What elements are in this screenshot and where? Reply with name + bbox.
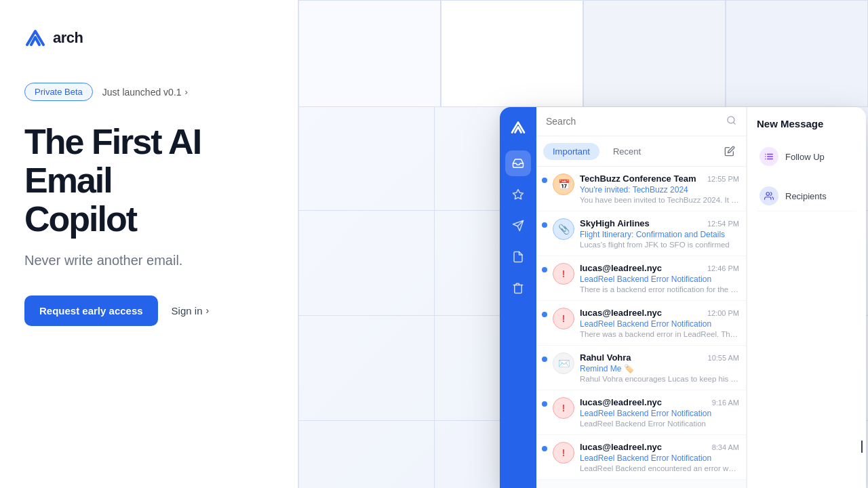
private-beta-badge: Private Beta — [24, 83, 93, 101]
email-time: 12:00 PM — [707, 309, 739, 317]
email-subject: LeadReel Backend Error Notification — [580, 409, 739, 418]
logo-text: arch — [53, 29, 83, 47]
email-time: 12:46 PM — [707, 264, 739, 272]
grid-panel-4 — [726, 0, 868, 107]
sidebar-logo — [507, 117, 529, 138]
email-avatar: ! — [553, 263, 574, 285]
compose-icon[interactable] — [720, 142, 739, 161]
email-preview: There is a backend error notification fo… — [580, 285, 739, 293]
email-preview: Lucas's flight from JFK to SFO is confir… — [580, 241, 739, 249]
grid-panel-3 — [583, 0, 726, 107]
search-icon[interactable] — [726, 115, 736, 127]
follow-up-row[interactable]: Follow Up — [757, 142, 856, 171]
email-header-row: lucas@leadreel.nyc 12:46 PM — [580, 263, 739, 273]
svg-point-11 — [766, 192, 770, 196]
tabs-row: Important Recent — [536, 136, 746, 167]
email-avatar: ! — [553, 442, 574, 464]
email-preview: There was a backend error in LeadReel. T… — [580, 330, 739, 338]
email-avatar: 📎 — [553, 218, 574, 240]
email-header-row: lucas@leadreel.nyc 8:34 AM — [580, 442, 739, 452]
email-preview: Rahul Vohra encourages Lucas to keep his… — [580, 375, 739, 383]
top-grid-panels — [298, 0, 868, 107]
logo-area: arch — [24, 27, 273, 49]
email-content: lucas@leadreel.nyc 8:34 AM LeadReel Back… — [580, 442, 739, 472]
grid-panel-2 — [441, 0, 583, 107]
unread-dot — [542, 222, 547, 228]
tab-recent[interactable]: Recent — [604, 143, 650, 160]
email-header-row: TechBuzz Conference Team 12:55 PM — [580, 174, 739, 184]
hero-subtitle: Never write another email. — [24, 253, 273, 268]
email-content: lucas@leadreel.nyc 9:16 AM LeadReel Back… — [580, 397, 739, 428]
email-preview: You have been invited to TechBuzz 2024. … — [580, 196, 739, 204]
text-cursor — [861, 441, 863, 453]
unread-dot — [542, 357, 547, 362]
email-header-row: Rahul Vohra 10:55 AM — [580, 352, 739, 363]
search-input[interactable] — [546, 116, 721, 127]
sidebar-trash-icon[interactable] — [505, 275, 531, 301]
email-content: SkyHigh Airlines 12:54 PM Flight Itinera… — [580, 218, 739, 249]
email-header-row: lucas@leadreel.nyc 9:16 AM — [580, 397, 739, 407]
recipients-label: Recipients — [785, 191, 827, 201]
email-subject: LeadReel Backend Error Notification — [580, 319, 739, 329]
landing-panel: arch Private Beta Just launched v0.1 › T… — [0, 0, 298, 488]
email-item[interactable]: ! lucas@leadreel.nyc 9:16 AM LeadReel Ba… — [536, 390, 746, 435]
email-time: 12:55 PM — [707, 175, 739, 183]
recipients-icon — [760, 186, 778, 205]
email-content: TechBuzz Conference Team 12:55 PM You're… — [580, 174, 739, 204]
email-subject: Flight Itinerary: Confirmation and Detai… — [580, 230, 739, 239]
new-message-panel: New Message Follow Up — [747, 107, 866, 488]
email-content: lucas@leadreel.nyc 12:00 PM LeadReel Bac… — [580, 308, 739, 338]
badges-row: Private Beta Just launched v0.1 › — [24, 83, 273, 101]
grid-panel-1 — [298, 0, 441, 107]
email-subject: LeadReel Backend Error Notification — [580, 274, 739, 284]
unread-dot — [542, 312, 547, 317]
hero-title: The First AI Email Copilot — [24, 123, 273, 239]
email-sender: SkyHigh Airlines — [580, 218, 650, 228]
follow-up-label: Follow Up — [785, 152, 825, 162]
sidebar-drafts-icon[interactable] — [505, 244, 531, 270]
search-bar[interactable] — [536, 107, 746, 136]
email-item[interactable]: ! lucas@leadreel.nyc 8:34 AM LeadReel Ba… — [536, 435, 746, 480]
svg-line-4 — [733, 122, 735, 124]
email-subject: You're invited: TechBuzz 2024 — [580, 185, 739, 195]
email-sidebar — [500, 107, 536, 488]
email-content: lucas@leadreel.nyc 12:46 PM LeadReel Bac… — [580, 263, 739, 293]
svg-marker-0 — [513, 190, 524, 199]
unread-dot — [542, 401, 547, 407]
sidebar-sent-icon[interactable] — [505, 213, 531, 239]
unread-dot — [542, 178, 547, 183]
email-preview: LeadReel Backend Error Notification — [580, 420, 739, 428]
email-sender: lucas@leadreel.nyc — [580, 308, 662, 318]
email-time: 10:55 AM — [708, 354, 739, 362]
email-sender: Rahul Vohra — [580, 352, 631, 363]
email-time: 9:16 AM — [712, 399, 739, 407]
sign-in-button[interactable]: Sign in › — [172, 305, 210, 317]
request-early-access-button[interactable]: Request early access — [24, 296, 158, 326]
cta-row: Request early access Sign in › — [24, 296, 273, 326]
email-avatar: ! — [553, 308, 574, 329]
email-item[interactable]: ! lucas@leadreel.nyc 12:46 PM LeadReel B… — [536, 256, 746, 301]
email-header-row: SkyHigh Airlines 12:54 PM — [580, 218, 739, 228]
email-time: 8:34 AM — [712, 443, 739, 451]
email-avatar: 📅 — [553, 174, 574, 195]
version-badge[interactable]: Just launched v0.1 › — [102, 87, 188, 98]
email-avatar: ✉️ — [553, 352, 574, 374]
email-subject: Remind Me 🏷️ — [580, 364, 739, 373]
email-subject: LeadReel Backend Error Notification — [580, 453, 739, 463]
unread-dot — [542, 267, 547, 272]
tab-important[interactable]: Important — [543, 143, 599, 160]
email-item[interactable]: 📅 TechBuzz Conference Team 12:55 PM You'… — [536, 167, 746, 211]
recipients-row[interactable]: Recipients — [757, 181, 856, 211]
sidebar-inbox-icon[interactable] — [505, 150, 531, 176]
unread-dot — [542, 446, 547, 451]
email-sender: lucas@leadreel.nyc — [580, 397, 662, 407]
email-item[interactable]: 📎 SkyHigh Airlines 12:54 PM Flight Itine… — [536, 211, 746, 256]
email-sender: TechBuzz Conference Team — [580, 174, 696, 184]
email-header-row: lucas@leadreel.nyc 12:00 PM — [580, 308, 739, 318]
email-time: 12:54 PM — [707, 220, 739, 228]
email-avatar: ! — [553, 397, 574, 419]
arch-logo-icon — [24, 27, 46, 49]
email-item[interactable]: ! lucas@leadreel.nyc 12:00 PM LeadReel B… — [536, 301, 746, 346]
sidebar-starred-icon[interactable] — [505, 182, 531, 207]
email-item[interactable]: ✉️ Rahul Vohra 10:55 AM Remind Me 🏷️ Rah… — [536, 346, 746, 390]
